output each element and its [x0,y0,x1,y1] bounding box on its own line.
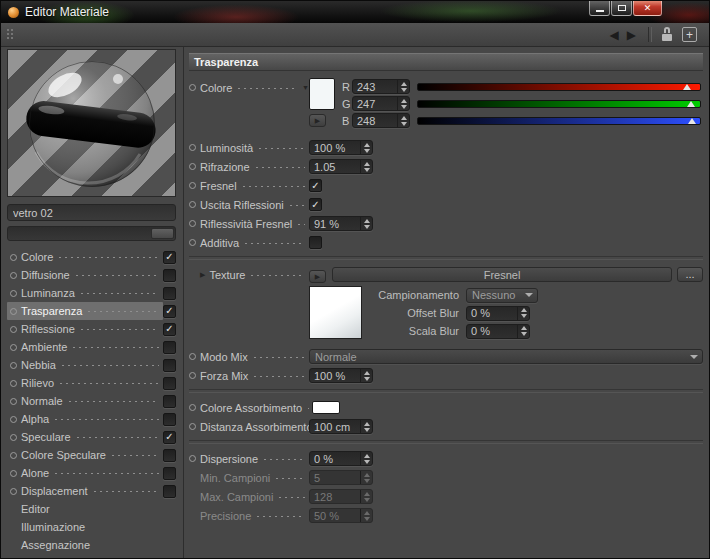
nav-back-button[interactable]: ◀ [606,29,623,41]
texture-detail-block: Campionamento Nessuno Offset Blur 0 % Sc… [309,286,703,340]
minimize-button[interactable] [589,1,610,16]
channel-checkbox[interactable] [163,269,176,282]
dot-leader [71,346,159,349]
dispersione-field[interactable]: 0 % [309,451,373,466]
luminosita-field[interactable]: 100 % [309,140,373,155]
material-name-input[interactable] [7,204,176,221]
channel-checkbox[interactable] [163,359,176,372]
green-slider[interactable] [417,100,701,108]
lock-button[interactable] [660,27,674,42]
channel-checkbox[interactable] [163,341,176,354]
fresnel-checkbox[interactable]: ✓ [309,179,322,192]
sidebar-item-assegnazione[interactable]: Assegnazione [7,536,179,554]
sidebar-item-colore[interactable]: Colore ✓ [7,248,179,266]
spinner-arrows[interactable] [360,160,372,173]
precisione-value: 50 % [310,510,360,522]
offset-blur-field[interactable]: 0 % [466,306,530,321]
chevron-down-icon [525,293,533,297]
nav-forward-button[interactable]: ▶ [623,29,640,41]
sidebar-item-displacement[interactable]: Displacement [7,482,179,500]
distanza-assorbimento-field[interactable]: 100 cm [309,419,373,434]
channel-label: Nebbia [21,359,56,371]
chevron-right-icon[interactable]: ▶ [200,271,205,278]
rifrazione-field[interactable]: 1.05 [309,159,373,174]
transparency-color-swatch[interactable] [309,78,335,110]
sidebar-item-normale[interactable]: Normale [7,392,179,410]
sidebar-item-alone[interactable]: Alone [7,464,179,482]
riflessivita-fresnel-field[interactable]: 91 % [309,216,373,231]
channel-checkbox[interactable] [163,287,176,300]
sidebar-item-ambiente[interactable]: Ambiente [7,338,179,356]
red-slider[interactable] [417,83,701,91]
texture-shader-button[interactable]: Fresnel [332,267,672,282]
sidebar-item-riflessione[interactable]: Riflessione ✓ [7,320,179,338]
spinner-arrows[interactable] [397,97,409,110]
material-app-icon [8,7,19,18]
sidebar-item-editor[interactable]: Editor [7,500,179,518]
red-label: R [339,81,352,93]
chevron-down-icon[interactable]: ▼ [302,84,309,91]
sidebar-item-diffusione[interactable]: Diffusione [7,266,179,284]
sidebar-item-alpha[interactable]: Alpha [7,410,179,428]
sidebar-item-nebbia[interactable]: Nebbia [7,356,179,374]
spinner-arrows[interactable] [517,325,529,338]
texture-thumbnail[interactable] [309,286,362,339]
offset-blur-label: Offset Blur [366,307,466,319]
blue-value: 248 [353,115,397,127]
sidebar-item-trasparenza[interactable]: Trasparenza ✓ [7,302,179,320]
spinner-arrows[interactable] [360,420,372,433]
dot-leader [110,454,159,457]
channel-checkbox[interactable] [163,377,176,390]
absorption-color-swatch[interactable] [312,401,340,414]
drag-grip-icon[interactable] [6,28,15,41]
blue-slider[interactable] [417,117,701,125]
spinner-arrows[interactable] [517,307,529,320]
texture-params: Campionamento Nessuno Offset Blur 0 % Sc… [366,286,538,340]
additiva-checkbox[interactable] [309,236,322,249]
texture-browse-button[interactable]: ... [677,267,703,282]
slider-handle[interactable] [683,84,691,90]
spinner-arrows[interactable] [397,80,409,93]
red-value-field[interactable]: 243 [352,79,410,94]
channel-checkbox[interactable] [163,449,176,462]
channel-checkbox[interactable]: ✓ [163,323,176,336]
channel-checkbox[interactable]: ✓ [163,305,176,318]
material-preview[interactable] [7,49,176,197]
slider-handle[interactable] [688,118,696,124]
spinner-arrows[interactable] [360,369,372,382]
green-value-field[interactable]: 247 [352,96,410,111]
spinner-arrows[interactable] [397,114,409,127]
preview-scrollbar[interactable] [7,226,176,241]
scala-blur-label: Scala Blur [366,325,466,337]
channel-checkbox[interactable] [163,395,176,408]
spinner-arrows[interactable] [360,217,372,230]
slider-handle[interactable] [687,101,695,107]
channel-checkbox[interactable]: ✓ [163,431,176,444]
new-tab-button[interactable]: + [682,27,697,42]
texture-preview-toggle-button[interactable]: ▶ [309,270,326,283]
close-button[interactable]: ✕ [633,1,662,16]
spinner-arrows[interactable] [360,452,372,465]
sidebar-item-colore-speculare[interactable]: Colore Speculare [7,446,179,464]
maximize-button[interactable] [611,1,632,16]
channel-checkbox[interactable] [163,485,176,498]
sidebar-item-rilievo[interactable]: Rilievo [7,374,179,392]
channel-checkbox[interactable] [163,413,176,426]
blue-value-field[interactable]: 248 [352,113,410,128]
param-dot-icon [189,455,196,462]
modo-mix-dropdown[interactable]: Normale [309,349,703,364]
scrollbar-thumb[interactable] [151,228,174,239]
sidebar-item-luminanza[interactable]: Luminanza [7,284,179,302]
uscita-riflessioni-checkbox[interactable]: ✓ [309,198,322,211]
forza-mix-field[interactable]: 100 % [309,368,373,383]
title-bar[interactable]: Editor Materiale ✕ [1,1,709,23]
channel-checkbox[interactable] [163,467,176,480]
compact-color-toggle-button[interactable]: ▶ [309,114,326,127]
channel-checkbox[interactable]: ✓ [163,251,176,264]
sidebar-item-speculare[interactable]: Speculare ✓ [7,428,179,446]
scala-blur-field[interactable]: 0 % [466,324,530,339]
param-dot-icon [10,272,17,279]
campionamento-dropdown[interactable]: Nessuno [466,288,538,303]
sidebar-item-illuminazione[interactable]: Illuminazione [7,518,179,536]
spinner-arrows[interactable] [360,141,372,154]
